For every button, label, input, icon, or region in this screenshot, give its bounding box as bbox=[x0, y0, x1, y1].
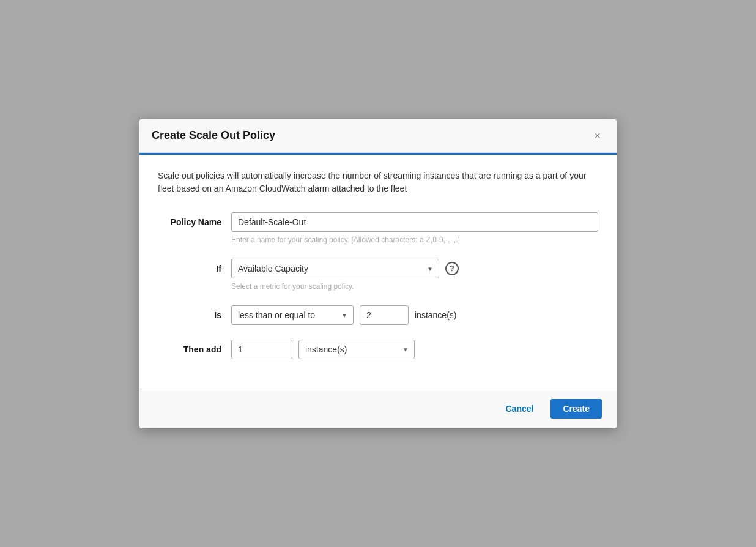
then-add-field-group: instance(s) percent ▼ bbox=[231, 340, 598, 359]
create-button[interactable]: Create bbox=[550, 399, 602, 419]
description-text: Scale out policies will automatically in… bbox=[158, 169, 598, 195]
then-add-row-container: Then add instance(s) percent ▼ bbox=[158, 340, 598, 359]
then-input-row: instance(s) percent ▼ bbox=[231, 340, 598, 359]
then-add-label: Then add bbox=[158, 340, 231, 354]
policy-name-row: Policy Name Enter a name for your scalin… bbox=[158, 212, 598, 244]
is-label: Is bbox=[158, 305, 231, 320]
if-input-row: Available Capacity Capacity Utilization … bbox=[231, 259, 598, 278]
modal-header: Create Scale Out Policy × bbox=[139, 119, 617, 153]
is-row-container: Is less than or equal to greater than or… bbox=[158, 305, 598, 325]
then-select-wrapper: instance(s) percent ▼ bbox=[298, 340, 415, 359]
is-field-group: less than or equal to greater than or eq… bbox=[231, 305, 598, 325]
if-row-container: If Available Capacity Capacity Utilizati… bbox=[158, 259, 598, 291]
modal-footer: Cancel Create bbox=[139, 389, 617, 428]
is-value-input[interactable] bbox=[360, 305, 409, 325]
policy-name-field-group: Enter a name for your scaling policy. [A… bbox=[231, 212, 598, 244]
policy-name-hint: Enter a name for your scaling policy. [A… bbox=[231, 236, 598, 244]
if-field-group: Available Capacity Capacity Utilization … bbox=[231, 259, 598, 291]
is-input-row: less than or equal to greater than or eq… bbox=[231, 305, 598, 325]
if-hint: Select a metric for your scaling policy. bbox=[231, 282, 598, 291]
is-select-wrapper: less than or equal to greater than or eq… bbox=[231, 305, 354, 325]
help-icon[interactable]: ? bbox=[445, 262, 459, 275]
modal-overlay: Create Scale Out Policy × Scale out poli… bbox=[0, 0, 756, 547]
is-units-label: instance(s) bbox=[415, 310, 456, 320]
cancel-button[interactable]: Cancel bbox=[495, 399, 543, 419]
modal: Create Scale Out Policy × Scale out poli… bbox=[139, 119, 617, 428]
policy-name-input[interactable] bbox=[231, 212, 598, 232]
is-condition-select[interactable]: less than or equal to greater than or eq… bbox=[231, 305, 354, 325]
if-label: If bbox=[158, 259, 231, 274]
then-unit-select[interactable]: instance(s) percent bbox=[298, 340, 415, 359]
then-add-value-input[interactable] bbox=[231, 340, 292, 359]
modal-title: Create Scale Out Policy bbox=[152, 129, 275, 142]
policy-name-label: Policy Name bbox=[158, 212, 231, 227]
modal-body: Scale out policies will automatically in… bbox=[139, 155, 617, 389]
if-select-wrapper: Available Capacity Capacity Utilization … bbox=[231, 259, 439, 278]
close-button[interactable]: × bbox=[590, 129, 604, 143]
if-select[interactable]: Available Capacity Capacity Utilization … bbox=[231, 259, 439, 278]
